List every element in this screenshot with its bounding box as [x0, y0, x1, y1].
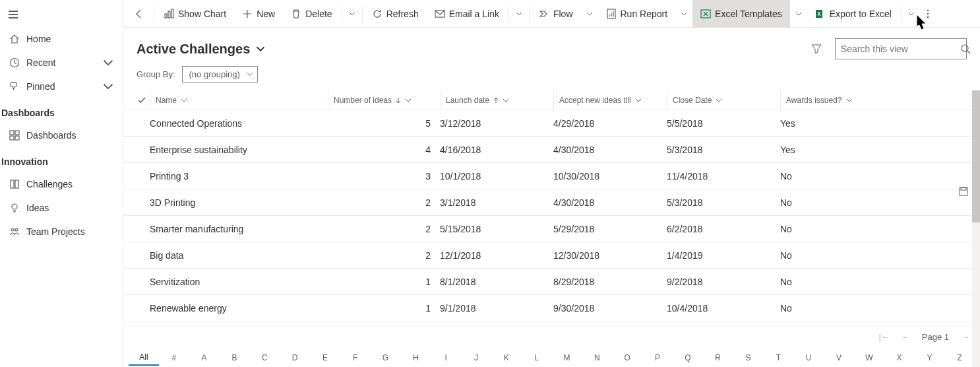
delete-button[interactable]: Delete [283, 0, 340, 28]
sidebar-item-dashboards[interactable]: Dashboards [0, 123, 123, 147]
column-name[interactable]: Name [150, 90, 328, 110]
svg-rect-1 [10, 131, 14, 135]
alpha-n[interactable]: N [582, 350, 612, 365]
groupby-select[interactable]: (no grouping) [182, 66, 258, 83]
column-close-date[interactable]: Close Date [667, 90, 780, 110]
alpha-o[interactable]: O [612, 350, 642, 365]
alpha-z[interactable]: Z [944, 350, 975, 365]
first-page-button[interactable]: |← [878, 332, 889, 342]
cell-name: Servitization [150, 277, 328, 287]
alpha-k[interactable]: K [491, 350, 522, 365]
table-row[interactable]: Renewable energy19/1/20189/30/201810/4/2… [123, 295, 980, 321]
alpha-j[interactable]: J [461, 350, 491, 365]
alpha-h[interactable]: H [400, 350, 431, 365]
column-accept-until[interactable]: Accept new ideas till [553, 90, 667, 110]
column-launch-date[interactable]: Launch date [440, 90, 553, 110]
table-row[interactable]: Big data212/1/201812/30/20181/4/2019No [123, 242, 980, 269]
new-button[interactable]: New [234, 0, 283, 28]
alpha-e[interactable]: E [310, 350, 340, 365]
alpha-x[interactable]: X [884, 350, 915, 365]
cell-launch: 3/12/2018 [440, 118, 553, 129]
sidebar-item-pinned[interactable]: Pinned [0, 75, 123, 98]
column-number-of-ideas[interactable]: Number of ideas [328, 90, 440, 110]
export-excel-button[interactable]: Export to Excel [807, 0, 900, 28]
dashboard-icon [9, 130, 20, 141]
cell-awards: Yes [780, 118, 892, 129]
overflow-button[interactable] [920, 0, 936, 28]
view-selector[interactable]: Active Challenges [137, 42, 266, 57]
alpha-u[interactable]: U [793, 350, 824, 365]
save-view-icon[interactable] [959, 187, 968, 198]
cell-accept: 10/30/2018 [553, 171, 667, 182]
home-icon [9, 34, 20, 44]
groupby-label: Group By: [137, 69, 175, 79]
next-page-button[interactable]: → [961, 332, 969, 342]
email-split-button[interactable] [510, 0, 528, 28]
alpha-i[interactable]: I [431, 350, 461, 365]
hamburger-button[interactable] [0, 4, 123, 27]
table-row[interactable]: Servitization18/1/20188/29/20189/2/2018N… [123, 269, 980, 295]
alpha-w[interactable]: W [854, 350, 884, 365]
export-excel-split-button[interactable] [903, 0, 920, 28]
alpha-all[interactable]: All [129, 350, 159, 366]
show-chart-button[interactable]: Show Chart [156, 0, 234, 28]
sidebar-item-team-projects[interactable]: Team Projects [0, 220, 123, 244]
flow-icon [539, 9, 549, 19]
table-row[interactable]: Connected Operations53/12/20184/29/20185… [123, 110, 980, 137]
alpha-#[interactable]: # [159, 350, 189, 365]
clock-icon [9, 57, 20, 68]
cell-awards: Yes [780, 145, 892, 155]
svg-point-9 [15, 228, 18, 231]
prev-page-button[interactable]: ← [902, 332, 910, 342]
alpha-b[interactable]: B [219, 350, 249, 365]
table-row[interactable]: Smarter manufacturing25/15/20185/29/2018… [123, 216, 980, 242]
alpha-p[interactable]: P [642, 350, 673, 365]
sidebar-item-challenges[interactable]: Challenges [0, 172, 123, 196]
cell-num: 1 [328, 303, 440, 314]
alpha-a[interactable]: A [189, 350, 220, 365]
sidebar-item-recent[interactable]: Recent [0, 51, 123, 75]
cell-name: 3D Printing [150, 197, 328, 208]
cell-num: 4 [328, 145, 440, 155]
flow-button[interactable]: Flow [531, 0, 581, 28]
back-button[interactable] [126, 0, 152, 28]
filter-button[interactable] [806, 38, 827, 59]
alpha-c[interactable]: C [249, 350, 280, 365]
excel-templates-split-button[interactable] [790, 0, 807, 28]
alpha-r[interactable]: R [703, 350, 733, 365]
cell-close: 5/5/2018 [667, 118, 780, 129]
run-report-split-button[interactable] [675, 0, 692, 28]
search-input[interactable] [841, 44, 956, 54]
sidebar-item-home[interactable]: Home [0, 27, 123, 51]
cell-name: Printing 3 [150, 171, 328, 182]
flow-split-button[interactable] [581, 0, 598, 28]
table-row[interactable]: Printing 3310/1/201810/30/201811/4/2018N… [123, 163, 980, 189]
table-row[interactable]: 3D Printing23/1/20184/30/20185/3/2018No [123, 189, 980, 216]
alpha-q[interactable]: Q [673, 350, 703, 365]
alpha-s[interactable]: S [733, 350, 764, 365]
refresh-button[interactable]: Refresh [364, 0, 427, 28]
cell-awards: No [780, 224, 892, 234]
alpha-l[interactable]: L [522, 350, 552, 365]
alpha-g[interactable]: G [371, 350, 401, 365]
search-box[interactable] [835, 38, 967, 59]
column-awards[interactable]: Awards issued? [780, 90, 892, 110]
alpha-y[interactable]: Y [915, 350, 945, 365]
table-row[interactable]: Enterprise sustainability44/16/20184/30/… [123, 137, 980, 163]
cell-name: Connected Operations [150, 118, 328, 129]
alpha-m[interactable]: M [552, 350, 582, 365]
scrollbar[interactable] [972, 90, 980, 367]
select-all-checkbox[interactable] [134, 96, 150, 105]
sidebar-item-ideas[interactable]: Ideas [0, 196, 123, 220]
svg-point-8 [11, 228, 14, 231]
alpha-v[interactable]: V [824, 350, 854, 365]
alpha-t[interactable]: T [763, 350, 793, 365]
excel-templates-button[interactable]: Excel Templates [692, 0, 790, 28]
email-link-button[interactable]: Email a Link [427, 0, 507, 28]
delete-split-button[interactable] [344, 0, 361, 28]
grid-body[interactable]: Connected Operations53/12/20184/29/20185… [123, 110, 980, 325]
alpha-f[interactable]: F [340, 350, 371, 365]
run-report-button[interactable]: Run Report [598, 0, 676, 28]
alpha-d[interactable]: D [280, 350, 310, 365]
main-content: Show Chart New Delete Refresh Email a Li… [123, 0, 980, 367]
